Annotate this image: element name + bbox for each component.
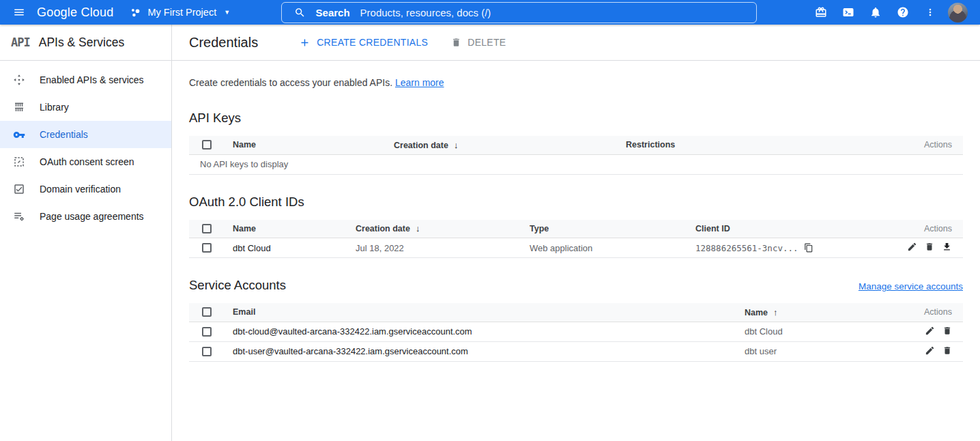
- delete-icon[interactable]: [942, 326, 952, 336]
- create-credentials-label: CREATE CREDENTIALS: [317, 37, 428, 48]
- intro-sentence: Create credentials to access your enable…: [189, 77, 392, 88]
- sidebar-item-credentials[interactable]: Credentials: [0, 121, 171, 148]
- client-type: Web application: [524, 238, 690, 258]
- oauth-consent-icon: [13, 156, 25, 168]
- project-icon: [130, 7, 141, 18]
- column-header-creation-date[interactable]: Creation date↓: [388, 136, 620, 154]
- select-all-checkbox[interactable]: [202, 224, 212, 233]
- sidebar-item-library[interactable]: Library: [0, 94, 171, 121]
- top-app-bar: Google Cloud My First Project ▼ Search P…: [0, 0, 980, 25]
- column-header-name: Name: [227, 136, 388, 154]
- sidebar-item-enabled-apis[interactable]: Enabled APIs & services: [0, 66, 171, 94]
- copy-icon[interactable]: [804, 243, 813, 253]
- column-header-actions: Actions: [888, 220, 963, 238]
- manage-service-accounts-link[interactable]: Manage service accounts: [859, 281, 963, 291]
- oauth-clients-table: Name Creation date↓ Type Client ID Actio…: [189, 220, 963, 259]
- table-header-row: Name Creation date↓ Restrictions Actions: [189, 136, 963, 154]
- notifications-button[interactable]: [862, 0, 889, 25]
- sidebar-item-label: Enabled APIs & services: [40, 74, 144, 85]
- download-icon[interactable]: [942, 242, 952, 252]
- logo-text: Google Cloud: [37, 5, 113, 19]
- service-accounts-table: Email Name↑ Actions dbt-cloud@vaulted-ar…: [189, 303, 963, 362]
- intro-text: Create credentials to access your enable…: [189, 76, 963, 89]
- edit-icon[interactable]: [925, 345, 935, 356]
- page-usage-agreements-icon: [13, 210, 25, 223]
- project-name: My First Project: [147, 7, 216, 18]
- help-icon: [897, 6, 909, 18]
- api-keys-title: API Keys: [189, 110, 963, 126]
- create-credentials-button[interactable]: CREATE CREDENTIALS: [299, 37, 428, 48]
- api-keys-table: Name Creation date↓ Restrictions Actions…: [189, 136, 963, 175]
- google-cloud-logo[interactable]: Google Cloud: [37, 5, 113, 20]
- column-header-creation-date[interactable]: Creation date↓: [350, 220, 524, 238]
- hamburger-menu-button[interactable]: [5, 0, 33, 25]
- column-header-actions: Actions: [915, 303, 963, 322]
- sidebar-item-oauth-consent[interactable]: OAuth consent screen: [0, 148, 171, 175]
- sidebar-item-label: Page usage agreements: [40, 211, 144, 222]
- edit-icon[interactable]: [925, 326, 935, 336]
- sidebar-item-label: Library: [40, 102, 69, 113]
- service-account-name: dbt user: [739, 341, 915, 361]
- key-icon: [13, 128, 25, 141]
- delete-icon[interactable]: [925, 242, 934, 252]
- client-creation-date: Jul 18, 2022: [350, 238, 524, 258]
- oauth-clients-section: OAuth 2.0 Client IDs Name Creation date↓…: [189, 194, 963, 259]
- sidebar-item-label: Domain verification: [40, 184, 121, 195]
- avatar[interactable]: [948, 3, 968, 23]
- select-all-checkbox[interactable]: [202, 307, 212, 317]
- sort-asc-icon: ↑: [773, 307, 778, 317]
- column-header-name[interactable]: Name↑: [739, 303, 915, 322]
- sidebar-header: API APIs & Services: [0, 25, 171, 61]
- sidebar-item-label: Credentials: [40, 129, 88, 140]
- project-selector[interactable]: My First Project ▼: [130, 7, 230, 18]
- hamburger-icon: [13, 6, 25, 18]
- client-id-cell: 128886265561-3ncv...: [690, 238, 888, 258]
- apis-services-logo-icon: API: [11, 35, 30, 49]
- service-account-email: dbt-cloud@vaulted-arcana-332422.iam.gser…: [227, 322, 739, 341]
- learn-more-link[interactable]: Learn more: [395, 77, 444, 88]
- sidebar-item-page-usage-agreements[interactable]: Page usage agreements: [0, 203, 171, 230]
- bell-icon: [869, 6, 882, 18]
- table-row: dbt-user@vaulted-arcana-332422.iam.gserv…: [189, 341, 963, 361]
- table-row: dbt Cloud Jul 18, 2022 Web application 1…: [189, 238, 963, 258]
- free-trial-gift-button[interactable]: [807, 0, 835, 25]
- service-account-name: dbt Cloud: [739, 322, 915, 341]
- plus-icon: [299, 37, 311, 48]
- row-checkbox[interactable]: [202, 347, 212, 356]
- trash-icon: [451, 37, 461, 48]
- table-header-row: Email Name↑ Actions: [189, 303, 963, 322]
- enabled-apis-icon: [13, 74, 25, 86]
- gift-icon: [815, 6, 827, 18]
- row-actions: [915, 322, 963, 341]
- api-keys-section: API Keys Name Creation date↓ Restriction…: [189, 110, 963, 175]
- help-button[interactable]: [889, 0, 917, 25]
- table-row: dbt-cloud@vaulted-arcana-332422.iam.gser…: [189, 322, 963, 341]
- row-checkbox[interactable]: [202, 327, 212, 337]
- delete-icon[interactable]: [942, 345, 952, 356]
- edit-icon[interactable]: [907, 242, 917, 252]
- sidebar: API APIs & Services Enabled APIs & servi…: [0, 25, 172, 441]
- page-title: Credentials: [189, 35, 258, 51]
- delete-label: DELETE: [467, 37, 506, 48]
- search-placeholder: Products, resources, docs (/): [360, 7, 491, 18]
- client-name: dbt Cloud: [227, 238, 350, 258]
- delete-button[interactable]: DELETE: [451, 37, 506, 48]
- column-header-type: Type: [524, 220, 690, 238]
- sidebar-item-label: OAuth consent screen: [40, 156, 134, 167]
- column-header-restrictions: Restrictions: [620, 136, 902, 154]
- search-icon: [294, 7, 306, 18]
- select-all-checkbox[interactable]: [202, 140, 212, 150]
- row-actions: [888, 238, 963, 258]
- service-account-email: dbt-user@vaulted-arcana-332422.iam.gserv…: [227, 341, 739, 361]
- column-header-email: Email: [227, 303, 739, 322]
- oauth-clients-title: OAuth 2.0 Client IDs: [189, 194, 963, 210]
- library-icon: [13, 101, 25, 113]
- row-checkbox[interactable]: [202, 243, 212, 253]
- client-id-value: 128886265561-3ncv...: [695, 243, 798, 253]
- sidebar-item-domain-verification[interactable]: Domain verification: [0, 175, 171, 203]
- more-options-button[interactable]: [917, 0, 944, 25]
- cloud-shell-button[interactable]: [835, 0, 862, 25]
- table-header-row: Name Creation date↓ Type Client ID Actio…: [189, 220, 963, 238]
- search-input[interactable]: Search Products, resources, docs (/): [281, 2, 757, 23]
- service-accounts-title: Service Accounts: [189, 277, 286, 294]
